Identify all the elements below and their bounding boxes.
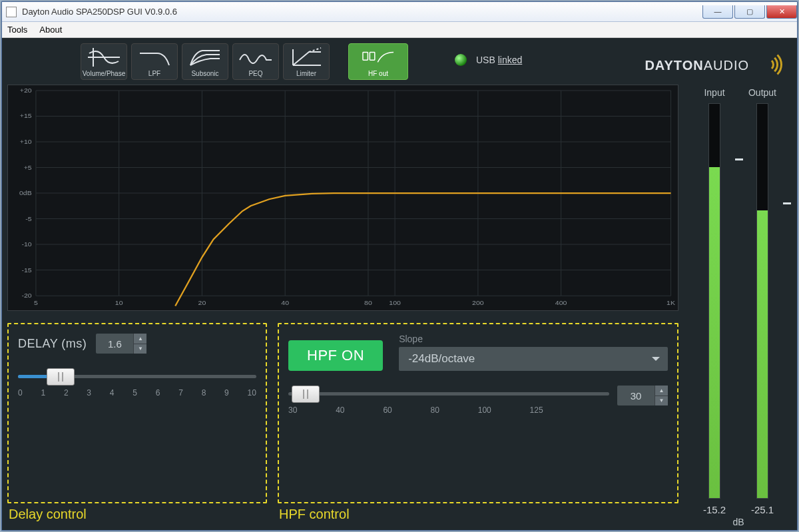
svg-text:80: 80 <box>364 299 372 306</box>
tab-limiter[interactable]: Limiter <box>283 43 330 80</box>
svg-text:100: 100 <box>389 299 401 306</box>
svg-text:10: 10 <box>115 299 123 306</box>
tab-label: Volume/Phase <box>83 70 126 77</box>
tab-label: LPF <box>148 70 160 77</box>
delay-label: DELAY (ms) <box>18 337 87 351</box>
app-icon <box>6 7 17 17</box>
slider-thumb[interactable] <box>47 368 75 386</box>
spin-up-icon[interactable]: ▲ <box>133 334 146 344</box>
peq-icon <box>238 47 273 68</box>
hpf-freq-input[interactable] <box>617 386 655 405</box>
window-title: Dayton Audio SPA250DSP GUI V0.9.0.6 <box>22 7 701 17</box>
hpf-panel: HPF ON Slope -24dB/octave 30406080100125 <box>278 323 678 503</box>
slope-dropdown[interactable]: -24dB/octave <box>399 347 668 371</box>
svg-text:-10: -10 <box>21 240 31 248</box>
usb-status-text: USB linked <box>476 55 522 65</box>
hpf-freq-slider[interactable]: 30406080100125 <box>288 383 609 421</box>
tab-volume-phase[interactable]: Volume/Phase <box>81 43 127 80</box>
toolbar: Volume/Phase LPF Subsonic PEQ Limiter <box>7 43 792 81</box>
logo-soundwave-icon <box>753 50 784 81</box>
spin-down-icon[interactable]: ▼ <box>133 344 146 354</box>
spin-down-icon[interactable]: ▼ <box>655 396 668 406</box>
output-meter-label: Output <box>746 87 779 98</box>
meter-panel: Input Output -15.2 -25.1 <box>685 85 792 527</box>
svg-text:+5: +5 <box>24 164 32 171</box>
close-button[interactable]: ✕ <box>766 5 797 19</box>
svg-rect-4 <box>363 53 368 61</box>
delay-slider[interactable]: 012345678910 <box>18 366 256 404</box>
svg-text:+10: +10 <box>20 138 32 145</box>
minimize-button[interactable]: — <box>702 5 733 19</box>
lpf-icon <box>137 47 172 68</box>
svg-text:-20: -20 <box>21 292 31 299</box>
tab-lpf[interactable]: LPF <box>131 43 178 80</box>
svg-text:+15: +15 <box>20 113 32 120</box>
menu-about[interactable]: About <box>39 25 62 35</box>
response-graph: -20-15-10-50dB+5+10+15+20510204080100200… <box>7 85 678 311</box>
svg-text:20: 20 <box>198 299 206 306</box>
tab-peq[interactable]: PEQ <box>232 43 279 80</box>
delay-value-input[interactable] <box>96 334 133 354</box>
titlebar[interactable]: Dayton Audio SPA250DSP GUI V0.9.0.6 — ▢ … <box>2 2 797 22</box>
maximize-button[interactable]: ▢ <box>734 5 765 19</box>
svg-text:1K: 1K <box>666 299 675 306</box>
meter-unit: dB <box>732 517 744 527</box>
svg-rect-5 <box>370 53 374 61</box>
limiter-icon <box>289 47 324 68</box>
svg-text:5: 5 <box>34 299 38 306</box>
tab-label: HF out <box>368 70 388 77</box>
hpf-on-button[interactable]: HPF ON <box>288 340 383 371</box>
status-led-icon <box>455 54 467 66</box>
input-meter-label: Input <box>698 87 731 98</box>
usb-status: USB linked <box>455 54 522 66</box>
spin-up-icon[interactable]: ▲ <box>655 386 668 396</box>
menu-tools[interactable]: Tools <box>7 25 27 35</box>
slope-label: Slope <box>399 334 668 344</box>
menubar: Tools About <box>2 22 797 38</box>
svg-text:400: 400 <box>555 299 567 306</box>
output-meter <box>746 103 779 499</box>
slider-thumb[interactable] <box>292 386 320 403</box>
hpf-freq-spinner[interactable]: ▲▼ <box>617 386 668 405</box>
tab-subsonic[interactable]: Subsonic <box>182 43 228 80</box>
tab-hf-out[interactable]: HF out <box>348 43 408 80</box>
hf-out-icon <box>361 47 396 68</box>
input-meter <box>698 103 731 499</box>
svg-text:40: 40 <box>281 299 289 306</box>
svg-text:200: 200 <box>472 299 484 306</box>
app-window: Dayton Audio SPA250DSP GUI V0.9.0.6 — ▢ … <box>1 1 798 531</box>
svg-text:-15: -15 <box>21 266 31 274</box>
delay-panel: DELAY (ms) ▲▼ 012345678910 <box>7 323 267 503</box>
hpf-section-title: HPF control <box>279 507 350 522</box>
delay-spinner[interactable]: ▲▼ <box>96 334 146 354</box>
tab-label: PEQ <box>248 70 262 77</box>
delay-section-title: Delay control <box>9 507 87 522</box>
svg-text:+20: +20 <box>20 87 32 94</box>
volume-phase-icon <box>87 47 121 68</box>
svg-text:0dB: 0dB <box>19 189 32 196</box>
subsonic-icon <box>188 47 222 68</box>
svg-text:-5: -5 <box>25 215 32 222</box>
input-meter-value: -15.2 <box>698 504 731 515</box>
tab-label: Limiter <box>296 70 316 77</box>
tab-label: Subsonic <box>191 70 218 77</box>
brand-logo: DAYTONAUDIO <box>645 50 784 81</box>
output-meter-value: -25.1 <box>746 504 779 515</box>
